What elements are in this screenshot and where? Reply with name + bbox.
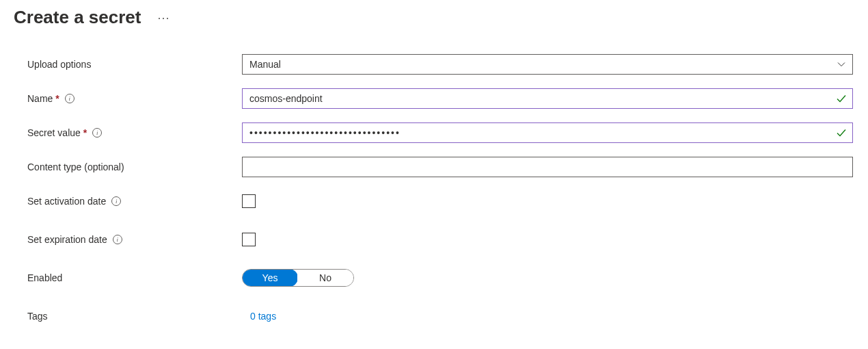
info-icon[interactable]: i xyxy=(111,196,121,206)
content-type-input-wrap xyxy=(242,157,853,177)
row-name: Name * i xyxy=(27,88,853,109)
label-text: Enabled xyxy=(27,272,62,283)
expiration-date-checkbox[interactable] xyxy=(242,233,256,246)
label-text: Tags xyxy=(27,311,48,322)
content-type-input[interactable] xyxy=(249,161,845,172)
label-content-type: Content type (optional) xyxy=(27,161,242,172)
label-text: Name xyxy=(27,93,53,104)
check-icon xyxy=(836,127,847,138)
label-activation-date: Set activation date i xyxy=(27,196,242,207)
required-asterisk: * xyxy=(55,93,59,104)
row-content-type: Content type (optional) xyxy=(27,157,853,177)
label-name: Name * i xyxy=(27,93,242,104)
label-tags: Tags xyxy=(27,311,242,322)
create-secret-form: Upload options Manual Name * i xyxy=(0,28,868,326)
upload-options-value: Manual xyxy=(249,59,281,70)
info-icon[interactable]: i xyxy=(92,128,102,138)
info-icon[interactable]: i xyxy=(113,235,122,244)
check-icon xyxy=(836,93,847,104)
row-enabled: Enabled Yes No xyxy=(27,268,853,288)
page-title: Create a secret xyxy=(14,7,141,28)
enabled-toggle-yes[interactable]: Yes xyxy=(242,269,298,287)
required-asterisk: * xyxy=(83,127,87,138)
name-input-wrap xyxy=(242,88,853,109)
row-expiration-date: Set expiration date i xyxy=(27,229,853,250)
label-text: Upload options xyxy=(27,59,91,70)
row-upload-options: Upload options Manual xyxy=(27,54,853,75)
label-text: Secret value xyxy=(27,127,81,138)
enabled-toggle-no[interactable]: No xyxy=(297,270,353,286)
toggle-label-yes: Yes xyxy=(262,272,278,283)
label-expiration-date: Set expiration date i xyxy=(27,234,242,245)
activation-date-checkbox[interactable] xyxy=(242,194,256,208)
row-secret-value: Secret value * i xyxy=(27,122,853,143)
upload-options-select[interactable]: Manual xyxy=(242,54,853,75)
label-text: Content type (optional) xyxy=(27,161,124,172)
name-input[interactable] xyxy=(249,93,830,104)
label-text: Set activation date xyxy=(27,196,106,207)
row-tags: Tags 0 tags xyxy=(27,306,853,326)
label-enabled: Enabled xyxy=(27,272,242,283)
secret-value-input-wrap xyxy=(242,122,853,143)
label-upload-options: Upload options xyxy=(27,59,242,70)
label-secret-value: Secret value * i xyxy=(27,127,242,138)
label-text: Set expiration date xyxy=(27,234,107,245)
toggle-label-no: No xyxy=(319,272,331,283)
tags-link[interactable]: 0 tags xyxy=(242,311,276,322)
page-header: Create a secret ··· xyxy=(0,0,868,28)
info-icon[interactable]: i xyxy=(65,94,74,103)
chevron-down-icon xyxy=(837,60,845,68)
secret-value-input[interactable] xyxy=(249,127,830,138)
row-activation-date: Set activation date i xyxy=(27,191,853,211)
enabled-toggle: Yes No xyxy=(242,269,354,287)
more-actions-icon[interactable]: ··· xyxy=(157,12,169,24)
